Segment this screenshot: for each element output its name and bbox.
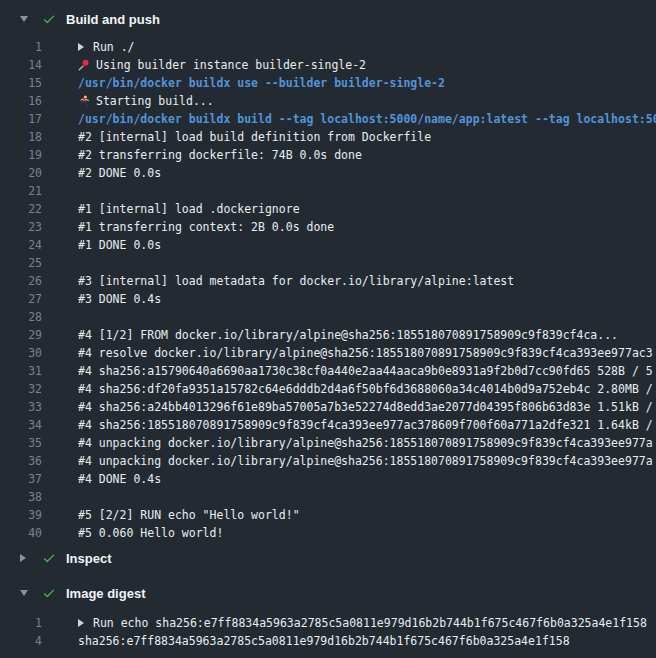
log-line-text: #4 sha256:a24bb4013296f61e89ba57005a7b3e…	[78, 400, 653, 414]
log-line: 37#4 DONE 0.4s	[0, 470, 656, 488]
log-line: 30#4 resolve docker.io/library/alpine@sh…	[0, 344, 656, 362]
log-line-text: #4 sha256:185518070891758909c9f839cf4ca3…	[78, 418, 653, 432]
log-line-text: Starting build...	[96, 94, 214, 108]
log-text: #4 sha256:185518070891758909c9f839cf4ca3…	[78, 418, 653, 432]
log-text: #4 resolve docker.io/library/alpine@sha2…	[78, 346, 653, 360]
log-text: #3 DONE 0.4s	[78, 292, 161, 306]
chevron-right-icon[interactable]	[20, 554, 32, 562]
log-text: Run ./	[78, 40, 135, 54]
log-line: 21	[0, 182, 656, 200]
section-lines: 1Run ./14Using builder instance builder-…	[0, 38, 656, 542]
log-line-text: #4 unpacking docker.io/library/alpine@sh…	[78, 454, 653, 468]
log-line: 16Starting build...	[0, 92, 656, 110]
line-number-link[interactable]: 23	[0, 220, 42, 234]
line-number-link[interactable]: 15	[0, 76, 42, 90]
log-line-text: #2 DONE 0.0s	[78, 166, 161, 180]
expand-group-icon[interactable]	[78, 43, 84, 51]
line-number-link[interactable]: 18	[0, 130, 42, 144]
log-line-text: #5 [2/2] RUN echo "Hello world!"	[78, 508, 300, 522]
log-line: 34#4 sha256:185518070891758909c9f839cf4c…	[0, 416, 656, 434]
line-number-link[interactable]: 36	[0, 454, 42, 468]
log-text: Starting build...	[78, 94, 214, 108]
success-check-icon	[42, 12, 56, 26]
log-line-text: #2 [internal] load build definition from…	[78, 130, 431, 144]
chevron-down-icon[interactable]	[20, 590, 32, 596]
log-line-text: Run echo sha256:e7ff8834a5963a2785c5a081…	[93, 616, 647, 630]
log-line-text: #4 DONE 0.4s	[78, 472, 161, 486]
log-text: #5 0.060 Hello world!	[78, 526, 223, 540]
section-title: Inspect	[66, 551, 112, 566]
chevron-down-icon[interactable]	[20, 16, 32, 22]
log-line: 29#4 [1/2] FROM docker.io/library/alpine…	[0, 326, 656, 344]
log-line: 17/usr/bin/docker buildx build --tag loc…	[0, 110, 656, 128]
line-number-link[interactable]: 38	[0, 490, 42, 504]
log-line-text: Using builder instance builder-single-2	[96, 58, 366, 72]
section-lines: 1Run echo sha256:e7ff8834a5963a2785c5a08…	[0, 614, 656, 650]
success-check-icon	[42, 586, 56, 600]
log-line: 35#4 unpacking docker.io/library/alpine@…	[0, 434, 656, 452]
log-line: 32#4 sha256:df20fa9351a15782c64e6dddb2d4…	[0, 380, 656, 398]
line-number-link[interactable]: 24	[0, 238, 42, 252]
line-number-link[interactable]: 16	[0, 94, 42, 108]
log-text: #2 DONE 0.0s	[78, 166, 161, 180]
line-number-link[interactable]: 19	[0, 148, 42, 162]
log-line-text: sha256:e7ff8834a5963a2785c5a0811e979d16b…	[78, 634, 570, 648]
log-text: /usr/bin/docker buildx use --builder bui…	[78, 76, 445, 90]
runner-icon	[78, 95, 90, 108]
line-number-link[interactable]: 33	[0, 400, 42, 414]
log-line-text: /usr/bin/docker buildx use --builder bui…	[78, 76, 445, 90]
line-number-link[interactable]: 40	[0, 526, 42, 540]
line-number-link[interactable]: 37	[0, 472, 42, 486]
line-number-link[interactable]: 30	[0, 346, 42, 360]
line-number-link[interactable]: 21	[0, 184, 42, 198]
expand-group-icon[interactable]	[78, 619, 84, 627]
line-number-link[interactable]: 27	[0, 292, 42, 306]
log-text: #4 unpacking docker.io/library/alpine@sh…	[78, 454, 653, 468]
log-text: #1 DONE 0.0s	[78, 238, 161, 252]
log-line-text: #1 DONE 0.0s	[78, 238, 161, 252]
log-text: #4 sha256:a24bb4013296f61e89ba57005a7b3e…	[78, 400, 653, 414]
log-text: #1 [internal] load .dockerignore	[78, 202, 300, 216]
log-line-text: #5 0.060 Hello world!	[78, 526, 223, 540]
line-number-link[interactable]: 28	[0, 310, 42, 324]
line-number-link[interactable]: 31	[0, 364, 42, 378]
log-line-text: /usr/bin/docker buildx build --tag local…	[78, 112, 656, 126]
log-text: Using builder instance builder-single-2	[78, 58, 366, 72]
log-line-text: #1 [internal] load .dockerignore	[78, 202, 300, 216]
section-header-build-and-push[interactable]: Build and push	[0, 8, 656, 30]
log-line: 26#3 [internal] load metadata for docker…	[0, 272, 656, 290]
log-line-text: #4 sha256:df20fa9351a15782c64e6dddb2d4a6…	[78, 382, 653, 396]
log-text: #4 DONE 0.4s	[78, 472, 161, 486]
log-line: 28	[0, 308, 656, 326]
line-number-link[interactable]: 1	[0, 40, 42, 54]
section-header-image-digest[interactable]: Image digest	[0, 582, 656, 604]
line-number-link[interactable]: 4	[0, 634, 42, 648]
line-number-link[interactable]: 29	[0, 328, 42, 342]
log-line: 27#3 DONE 0.4s	[0, 290, 656, 308]
log-text: #2 [internal] load build definition from…	[78, 130, 431, 144]
line-number-link[interactable]: 1	[0, 616, 42, 630]
log-line: 24#1 DONE 0.0s	[0, 236, 656, 254]
line-number-link[interactable]: 17	[0, 112, 42, 126]
line-number-link[interactable]: 32	[0, 382, 42, 396]
success-check-icon	[42, 551, 56, 565]
log-line: 18#2 [internal] load build definition fr…	[0, 128, 656, 146]
line-number-link[interactable]: 39	[0, 508, 42, 522]
log-line: 33#4 sha256:a24bb4013296f61e89ba57005a7b…	[0, 398, 656, 416]
log-line: 38	[0, 488, 656, 506]
log-line-text: #4 unpacking docker.io/library/alpine@sh…	[78, 436, 653, 450]
line-number-link[interactable]: 14	[0, 58, 42, 72]
log-line: 1Run ./	[0, 38, 656, 56]
line-number-link[interactable]: 25	[0, 256, 42, 270]
line-number-link[interactable]: 34	[0, 418, 42, 432]
section-header-inspect[interactable]: Inspect	[0, 547, 656, 569]
log-text: #1 transferring context: 2B 0.0s done	[78, 220, 334, 234]
log-line: 20#2 DONE 0.0s	[0, 164, 656, 182]
section-build-and-push: Build and push1Run ./14Using builder ins…	[0, 8, 656, 542]
line-number-link[interactable]: 35	[0, 436, 42, 450]
line-number-link[interactable]: 26	[0, 274, 42, 288]
line-number-link[interactable]: 20	[0, 166, 42, 180]
line-number-link[interactable]: 22	[0, 202, 42, 216]
log-line: 25	[0, 254, 656, 272]
log-line-text: Run ./	[93, 40, 135, 54]
